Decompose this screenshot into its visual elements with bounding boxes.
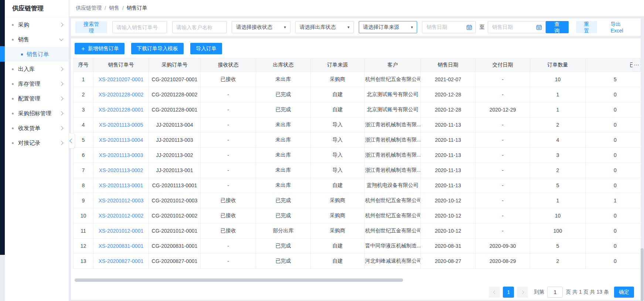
chevron-right-icon xyxy=(59,111,63,115)
cell-sales-no: XS-20201228-0002 xyxy=(93,87,149,102)
sales-order-link[interactable]: XS-20201113-0005 xyxy=(99,122,143,128)
sales-order-no-input[interactable] xyxy=(112,21,167,33)
cell-customer: 杭州创世纪五金有限公司 xyxy=(365,223,421,239)
sidebar-menu: 采购销售销售订单出入库库存管理配置管理采购招标管理收发货单对接记录 xyxy=(5,17,69,150)
sales-date-end-input[interactable]: 销售日期 xyxy=(488,21,546,33)
bullet-dot-icon xyxy=(12,83,14,85)
order-source-select[interactable]: 请选择订单来源 ▼ xyxy=(359,21,418,33)
cell-shipped: 0 xyxy=(586,148,641,163)
outbound-status-select[interactable]: 请选择出库状态 ▼ xyxy=(295,21,354,33)
export-excel-link[interactable]: 导出Excel xyxy=(610,21,632,34)
cell-delivery-date: - xyxy=(476,117,530,133)
cell-delivery-date: - xyxy=(476,193,530,208)
sidebar-item-label: 库存管理 xyxy=(18,81,60,88)
cell-purchase-no: CG-20201012-0002 xyxy=(149,208,201,223)
cell-outbound-status: 已完成 xyxy=(256,239,311,254)
column-header: 交付日期 xyxy=(476,58,530,72)
cell-outbound-status: 未出库 xyxy=(256,163,311,178)
download-import-template-button[interactable]: 下载订单导入模板 xyxy=(131,43,184,54)
sales-order-link[interactable]: XS-20201113-0001 xyxy=(99,182,143,188)
table-row: 6XS-20201113-0003JJ-2020113-002-未出库导入浙江青… xyxy=(74,148,641,163)
horizontal-scrollbar-thumb[interactable] xyxy=(75,278,403,282)
cell-delivery-date: 2020-08-29 xyxy=(476,254,530,269)
search-panel: 搜索管理 请选择接收状态 ▼ 请选择出库状态 ▼ 请选择订单来源 ▼ 销售日期 xyxy=(71,18,641,36)
chevron-right-icon xyxy=(59,67,63,71)
query-button[interactable]: 查询 xyxy=(546,21,569,33)
sidebar-item-sales[interactable]: 销售 xyxy=(5,32,69,47)
cell-outbound-status: 未出库 xyxy=(256,178,311,193)
sales-order-link[interactable]: XS-20201113-0004 xyxy=(99,137,143,143)
sidebar-item-procurement-bidding[interactable]: 采购招标管理 xyxy=(5,106,69,121)
search-manage-button[interactable]: 搜索管理 xyxy=(75,21,107,33)
cell-seq: 5 xyxy=(74,133,93,148)
cell-shipped: 0 xyxy=(586,178,641,193)
sales-order-link[interactable]: XS-20210207-0001 xyxy=(99,76,143,82)
sales-date-start-input[interactable]: 销售日期 xyxy=(422,21,476,33)
breadcrumb-item[interactable]: 销售 xyxy=(109,5,119,11)
cell-receive-status: - xyxy=(201,117,256,133)
cell-receive-status: - xyxy=(201,163,256,178)
column-header: 订单数量 xyxy=(530,58,586,72)
pagination: 1 到第 页 共 1 页 共 13 条 确定 xyxy=(72,287,641,298)
vertical-scrollbar-thumb[interactable] xyxy=(641,248,644,301)
cell-sales-date: 2021-02-07 xyxy=(421,72,476,87)
cell-shipped: 0 xyxy=(586,133,641,148)
receive-status-placeholder: 请选择接收状态 xyxy=(236,24,283,31)
cell-outbound-status: 未出库 xyxy=(256,72,311,87)
cell-sales-date: 2020-11-13 xyxy=(421,133,476,148)
cell-shipped: 0 xyxy=(586,223,641,239)
cell-shipped: 0 xyxy=(586,87,641,102)
sidebar-item-label: 采购招标管理 xyxy=(18,110,60,117)
sidebar-item-configuration[interactable]: 配置管理 xyxy=(5,91,69,106)
reset-button[interactable]: 重置 xyxy=(576,21,597,33)
bullet-dot-icon xyxy=(12,113,14,114)
sales-order-link[interactable]: XS-20201228-0001 xyxy=(99,107,143,113)
customer-name-input[interactable] xyxy=(172,21,227,33)
chevron-down-icon xyxy=(59,37,63,41)
caret-down-icon: ▼ xyxy=(347,25,350,29)
cell-source: 自建 xyxy=(311,87,365,102)
breadcrumb-item[interactable]: 供应链管理 xyxy=(76,5,102,11)
cell-purchase-no: CG-20201012-0001 xyxy=(149,223,201,239)
sales-order-link[interactable]: XS-20201113-0003 xyxy=(99,152,143,158)
import-orders-button[interactable]: 导入订单 xyxy=(190,43,222,54)
cell-shipped: 0 xyxy=(586,208,641,223)
sales-order-link[interactable]: XS-20201012-0002 xyxy=(99,213,143,219)
cell-qty: 10 xyxy=(530,208,586,223)
sales-order-link[interactable]: XS-20201012-0003 xyxy=(99,198,143,203)
column-header: 序号 xyxy=(74,58,93,72)
sidebar-item-receipt-dispatch[interactable]: 收发货单 xyxy=(5,121,69,136)
goto-page-input[interactable] xyxy=(547,287,563,298)
sidebar-item-inventory[interactable]: 库存管理 xyxy=(5,76,69,91)
cell-sales-date: 2020-11-13 xyxy=(421,117,476,133)
sales-order-link[interactable]: XS-20201012-0001 xyxy=(99,228,143,234)
page-number-button[interactable]: 1 xyxy=(503,287,514,298)
outbound-status-placeholder: 请选择出库状态 xyxy=(300,24,347,31)
cell-receive-status: - xyxy=(201,148,256,163)
sales-order-link[interactable]: XS-20201113-0002 xyxy=(99,167,143,173)
confirm-page-button[interactable]: 确定 xyxy=(614,287,634,298)
cell-qty: 5 xyxy=(530,239,586,254)
horizontal-scrollbar[interactable] xyxy=(75,278,641,282)
table-row: 3XS-20201228-0001CG-20201228-0001-已完成自建北… xyxy=(74,102,641,117)
more-columns-button[interactable]: ⋯ xyxy=(633,58,641,72)
cell-sales-no: XS-20201113-0004 xyxy=(93,133,149,148)
table-row: 12XS-20200831-0001CG-20200831-0001-已完成自建… xyxy=(74,239,641,254)
next-page-button[interactable] xyxy=(517,287,528,298)
receive-status-select[interactable]: 请选择接收状态 ▼ xyxy=(232,21,290,33)
sidebar-item-in-out-warehouse[interactable]: 出入库 xyxy=(5,62,69,76)
sidebar-collapse-toggle[interactable] xyxy=(69,133,75,148)
cell-sales-date: 2020-12-28 xyxy=(421,102,476,117)
cell-sales-no: XS-20201113-0005 xyxy=(93,117,149,133)
sidebar-subitem-sales-order[interactable]: 销售订单 xyxy=(5,47,69,62)
add-sales-order-button[interactable]: ＋ 新增销售订单 xyxy=(75,43,125,54)
prev-page-button[interactable] xyxy=(489,287,500,298)
cell-seq: 1 xyxy=(74,72,93,87)
sidebar-item-procurement[interactable]: 采购 xyxy=(5,17,69,32)
cell-qty: 1 xyxy=(530,102,586,117)
sales-order-link[interactable]: XS-20200827-0001 xyxy=(99,258,143,264)
cell-receive-status: 已接收 xyxy=(201,72,256,87)
sales-order-link[interactable]: XS-20200831-0001 xyxy=(99,243,143,249)
sidebar-item-docking-records[interactable]: 对接记录 xyxy=(5,136,69,150)
sales-order-link[interactable]: XS-20201228-0002 xyxy=(99,92,143,98)
